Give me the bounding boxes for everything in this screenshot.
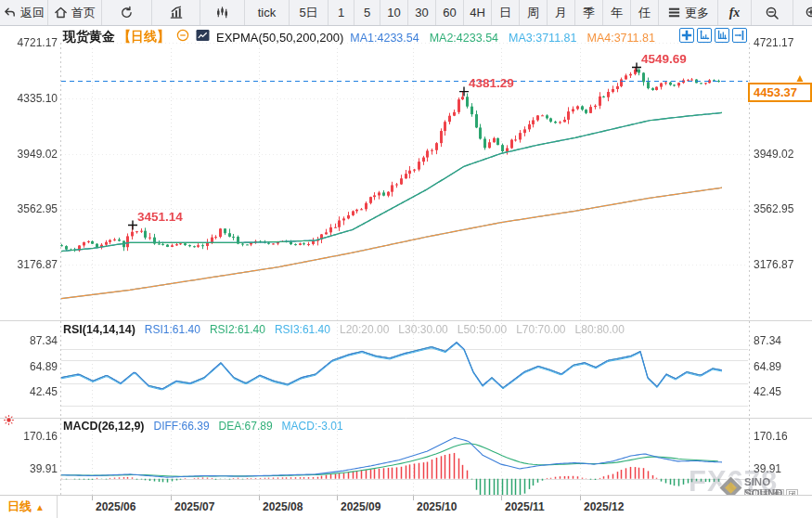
rsi-axis-label: 42.45 — [2, 385, 58, 398]
indicator-value: L80:80.00 — [575, 323, 625, 336]
axis-scale-icon[interactable] — [697, 28, 712, 43]
macd-axis-label: 39.91 — [754, 462, 781, 475]
collapse-indicator-icon[interactable] — [176, 29, 189, 45]
chart-header: 现货黄金 【日线】 EXPMA(50,50,200,200) MA1:4233.… — [63, 29, 665, 45]
rsi-title[interactable]: RSI(14,14,14) — [63, 323, 135, 336]
indicator-name[interactable]: EXPMA(50,50,200,200) — [216, 31, 343, 45]
toolbar-item-back[interactable]: 返回 — [0, 0, 48, 25]
price-axis-label: 4721.17 — [2, 36, 58, 49]
toolbar-item-home[interactable]: 首页 — [48, 0, 102, 25]
toolbar-item-chart-type-candles[interactable] — [200, 0, 245, 25]
axis-tools — [679, 28, 747, 43]
price-axis-label: 3176.87 — [2, 258, 58, 271]
crosshair-icon[interactable] — [679, 28, 694, 43]
chart-area: 现货黄金 【日线】 EXPMA(50,50,200,200) MA1:4233.… — [0, 26, 812, 495]
ma-values: MA1:4233.54MA2:4233.54MA3:3711.81MA4:371… — [350, 29, 665, 45]
toolbar-item-label: 返回 — [20, 5, 45, 21]
price-axis-label: 3562.95 — [2, 202, 58, 215]
rsi-axis-label: 87.34 — [2, 334, 58, 347]
axis-pan-icon[interactable] — [715, 28, 729, 43]
macd-axis-label: 170.16 — [2, 430, 58, 443]
toolbar-item-more[interactable]: 更多 — [659, 0, 718, 25]
x-axis-label: 2025/08 — [263, 500, 303, 513]
macd-title[interactable]: MACD(26,12,9) — [63, 420, 145, 433]
toolbar: 返回首页tick5日151030604H日周月季年任更多fx — [0, 0, 812, 26]
toolbar-item-label: 年 — [611, 5, 623, 21]
x-axis-label: 2025/07 — [174, 500, 214, 513]
period-selector-label: 日线 — [7, 499, 32, 515]
x-axis-label: 2025/11 — [505, 500, 545, 513]
indicator-value: L30:30.00 — [398, 323, 447, 336]
period-selector[interactable]: 日线 ▲ — [0, 496, 58, 518]
ma-value: MA1:4233.54 — [350, 32, 419, 45]
price-axis-label: 3562.95 — [754, 202, 793, 215]
refresh-icon — [120, 6, 134, 19]
toolbar-item-label: fx — [729, 6, 741, 20]
price-axis-label: 3949.02 — [2, 148, 58, 161]
ma-value: MA2:4233.54 — [430, 32, 498, 45]
toolbar-item-label: 5 — [364, 6, 370, 19]
toolbar-item-label: 5日 — [299, 5, 317, 21]
toolbar-item-label: 1 — [338, 6, 344, 19]
rsi-header: RSI(14,14,14) RSI1:61.40RSI2:61.40RSI3:6… — [63, 323, 625, 336]
toolbar-item-zoom-out[interactable] — [752, 0, 793, 25]
toolbar-item-period-10[interactable]: 10 — [380, 0, 408, 25]
symbol-name: 现货黄金 — [63, 29, 115, 45]
toolbar-item-period-tick[interactable]: tick — [245, 0, 290, 25]
toolbar-item-zoom-in[interactable] — [793, 0, 812, 25]
period-tag: 【日线】 — [118, 29, 170, 45]
toolbar-item-label: 任 — [638, 5, 651, 21]
toolbar-item-period-1[interactable]: 1 — [329, 0, 354, 25]
rsi-axis-label: 42.45 — [754, 385, 781, 398]
indicator-value: L20:20.00 — [340, 323, 389, 336]
bar-chart-icon — [169, 6, 184, 19]
x-axis-label: 2025/06 — [96, 500, 135, 513]
macd-axis-label: 39.91 — [2, 462, 58, 475]
candlestick-icon — [215, 6, 229, 19]
macd-header: MACD(26,12,9) DIFF:66.39DEA:67.89MACD:-3… — [63, 420, 343, 433]
toolbar-item-label: 4H — [470, 6, 485, 19]
indicator-value: L50:50.00 — [458, 323, 507, 336]
price-annotation: 4549.69 — [641, 52, 687, 66]
toolbar-item-period-year[interactable]: 年 — [603, 0, 631, 25]
x-axis-label: 2025/09 — [341, 500, 380, 513]
toolbar-item-label: 30 — [415, 6, 428, 19]
toolbar-item-period-60[interactable]: 60 — [436, 0, 464, 25]
toolbar-item-period-day[interactable]: 日 — [492, 0, 520, 25]
toolbar-item-label: 10 — [387, 6, 400, 19]
indicator-value: DIFF:66.39 — [154, 420, 210, 433]
toolbar-item-refresh[interactable] — [102, 0, 152, 25]
indicator-settings-icon[interactable] — [3, 413, 15, 430]
toolbar-item-indicator-fx[interactable]: fx — [718, 0, 752, 25]
macd-axis-label: 170.16 — [754, 430, 788, 443]
indicator-value: RSI2:61.40 — [210, 323, 265, 336]
last-price-label: 4453.37 — [748, 83, 812, 102]
toolbar-item-label: 季 — [583, 5, 595, 21]
toolbar-item-period-4h[interactable]: 4H — [464, 0, 492, 25]
toolbar-item-period-quarter[interactable]: 季 — [575, 0, 603, 25]
toolbar-item-period-month[interactable]: 月 — [548, 0, 575, 25]
menu-icon — [667, 6, 681, 19]
toolbar-item-period-5[interactable]: 5 — [354, 0, 380, 25]
x-axis-label: 2025/10 — [417, 500, 457, 513]
axis-shift-icon[interactable] — [732, 28, 747, 43]
rsi-axis-label: 64.89 — [754, 360, 781, 373]
toolbar-item-period-30[interactable]: 30 — [408, 0, 436, 25]
toolbar-item-label: 周 — [527, 5, 539, 21]
timeline-bar: 日线 ▲ 2025/062025/072025/082025/092025/10… — [0, 495, 812, 518]
last-price-marker-icon: ▲ — [794, 71, 806, 84]
price-axis-label: 3176.87 — [754, 258, 793, 271]
toolbar-item-period-5d[interactable]: 5日 — [290, 0, 329, 25]
price-annotation: 3451.14 — [137, 210, 183, 224]
toolbar-item-period-week[interactable]: 周 — [520, 0, 548, 25]
toolbar-item-period-custom[interactable]: 任 — [631, 0, 659, 25]
price-axis-label: 3949.02 — [754, 148, 793, 161]
toolbar-item-label: 首页 — [71, 5, 96, 21]
toolbar-item-chart-type-bars[interactable] — [152, 0, 200, 25]
ma-value: MA3:3711.81 — [509, 32, 576, 45]
rsi-axis-label: 64.89 — [2, 360, 58, 373]
toolbar-item-label: 60 — [443, 6, 456, 19]
indicator-value: L70:70.00 — [516, 323, 565, 336]
toolbar-item-label: 日 — [499, 5, 511, 21]
x-axis-label: 2025/12 — [584, 500, 624, 513]
